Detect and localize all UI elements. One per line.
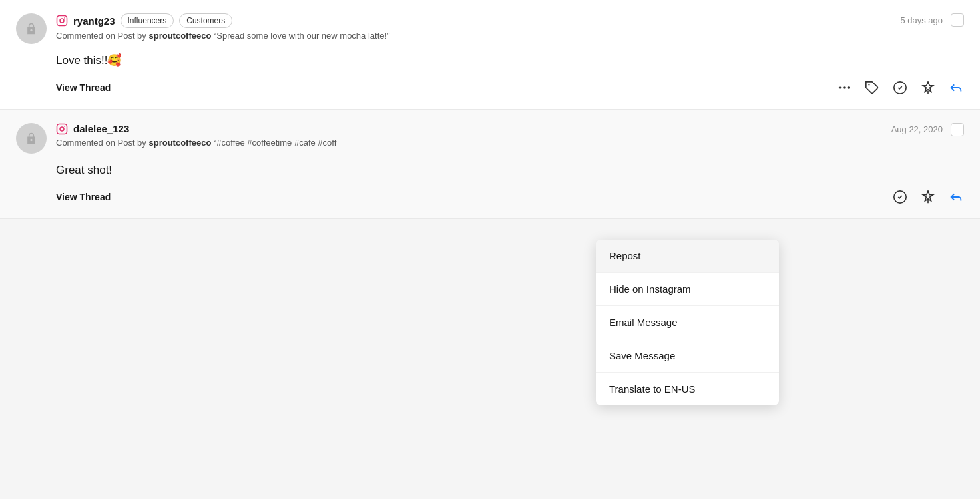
dropdown-item-email[interactable]: Email Message [596, 306, 779, 339]
svg-point-1 [60, 19, 64, 23]
checkmark-icon-2[interactable] [892, 189, 908, 205]
lock-icon-1 [25, 22, 38, 35]
post-header-left-1: ryantg23 Influencers Customers Commented… [16, 13, 389, 44]
dropdown-item-hide[interactable]: Hide on Instagram [596, 273, 779, 306]
view-thread-2[interactable]: View Thread [56, 192, 111, 202]
view-thread-1[interactable]: View Thread [56, 83, 111, 93]
post-header-1: ryantg23 Influencers Customers Commented… [16, 13, 964, 44]
lock-icon-2 [25, 132, 38, 145]
post-text-2: Great shot! [56, 164, 112, 176]
reply-icon-1[interactable] [948, 80, 964, 96]
reply-icon-2[interactable] [948, 189, 964, 205]
checkmark-icon-1[interactable] [892, 80, 908, 96]
post-header-left-2: dalelee_123 Commented on Post by sproutc… [16, 123, 336, 154]
post-content-1: Love this!!🥰 [16, 52, 964, 69]
action-icons-2 [892, 189, 964, 205]
pin-icon-1[interactable] [920, 80, 936, 96]
author-name-1: ryantg23 [73, 15, 115, 27]
post-author-row-1: ryantg23 Influencers Customers [56, 13, 389, 28]
more-icon-1[interactable] [836, 80, 852, 96]
post-header-right-1: 5 days ago [900, 13, 964, 27]
action-icons-1 [836, 80, 964, 96]
timestamp-2: Aug 22, 2020 [891, 124, 943, 134]
dropdown-item-repost[interactable]: Repost [596, 240, 779, 273]
instagram-icon-1 [56, 15, 68, 27]
svg-rect-0 [57, 16, 67, 26]
tag-influencers-1[interactable]: Influencers [121, 13, 174, 28]
post-card-1: ryantg23 Influencers Customers Commented… [0, 0, 980, 110]
svg-point-11 [64, 125, 65, 126]
post-card-2: dalelee_123 Commented on Post by sproutc… [0, 110, 980, 220]
post-text-1: Love this!!🥰 [56, 54, 122, 67]
avatar-2 [16, 123, 47, 154]
svg-point-2 [64, 17, 65, 19]
timestamp-1: 5 days ago [900, 15, 943, 25]
post-footer-1: View Thread [16, 80, 964, 96]
post-footer-2: View Thread [16, 189, 964, 205]
avatar-1 [16, 13, 47, 44]
svg-point-3 [839, 86, 842, 89]
instagram-icon-2 [56, 123, 68, 135]
checkbox-2[interactable] [951, 123, 964, 136]
tag-icon-1[interactable] [864, 80, 880, 96]
checkbox-1[interactable] [951, 13, 964, 27]
post-author-row-2: dalelee_123 [56, 123, 336, 135]
tag-customers-1[interactable]: Customers [179, 13, 232, 28]
post-meta-2: dalelee_123 Commented on Post by sproutc… [56, 123, 336, 148]
post-subtitle-1: Commented on Post by sproutcoffeeco “Spr… [56, 31, 389, 41]
post-subtitle-2: Commented on Post by sproutcoffeeco “#co… [56, 138, 336, 148]
dropdown-item-translate[interactable]: Translate to EN-US [596, 373, 779, 405]
svg-rect-9 [57, 124, 67, 134]
post-header-right-2: Aug 22, 2020 [891, 123, 964, 136]
post-header-2: dalelee_123 Commented on Post by sproutc… [16, 123, 964, 154]
pin-icon-2[interactable] [920, 189, 936, 205]
dropdown-menu: Repost Hide on Instagram Email Message S… [596, 240, 779, 405]
svg-point-10 [60, 127, 64, 131]
svg-point-4 [843, 86, 846, 89]
post-meta-1: ryantg23 Influencers Customers Commented… [56, 13, 389, 41]
dropdown-item-save[interactable]: Save Message [596, 339, 779, 373]
author-name-2: dalelee_123 [73, 123, 129, 134]
post-content-2: Great shot! [16, 162, 964, 179]
svg-point-5 [848, 86, 850, 89]
